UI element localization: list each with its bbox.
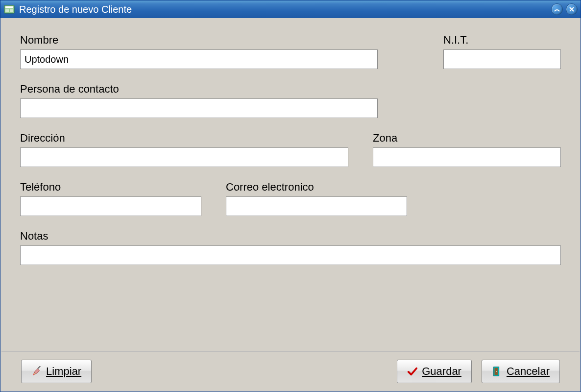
- svg-rect-1: [5, 6, 13, 8]
- svg-rect-3: [10, 9, 13, 12]
- input-direccion[interactable]: [20, 147, 348, 167]
- input-contacto[interactable]: [20, 98, 378, 118]
- clear-button-label: Limpiar: [46, 365, 81, 378]
- input-nit[interactable]: [443, 49, 561, 69]
- clear-button[interactable]: Limpiar: [21, 360, 92, 383]
- cancel-button[interactable]: Cancelar: [482, 360, 560, 383]
- label-zona: Zona: [373, 132, 561, 145]
- app-icon: [3, 3, 15, 15]
- field-telefono: Teléfono: [20, 181, 201, 216]
- field-nit: N.I.T.: [443, 34, 561, 69]
- label-nombre: Nombre: [20, 34, 419, 47]
- window-controls: [551, 3, 578, 15]
- field-contacto: Persona de contacto: [20, 83, 561, 118]
- minimize-button[interactable]: [551, 3, 563, 15]
- save-button-label: Guardar: [422, 365, 461, 378]
- input-zona[interactable]: [373, 147, 561, 167]
- field-nombre: Nombre: [20, 34, 419, 69]
- label-notas: Notas: [20, 230, 561, 243]
- check-icon: [407, 366, 418, 377]
- close-button[interactable]: [566, 3, 578, 15]
- brush-icon: [31, 366, 42, 377]
- window-title: Registro de nuevo Cliente: [19, 4, 551, 15]
- label-contacto: Persona de contacto: [20, 83, 561, 96]
- button-bar: Limpiar Guardar Cancelar: [1, 351, 580, 391]
- input-notas[interactable]: [20, 245, 561, 265]
- field-notas: Notas: [20, 230, 561, 265]
- svg-point-4: [33, 374, 34, 375]
- field-direccion: Dirección: [20, 132, 348, 167]
- label-nit: N.I.T.: [443, 34, 561, 47]
- field-correo: Correo electronico: [226, 181, 407, 216]
- svg-point-5: [34, 373, 35, 374]
- titlebar: Registro de nuevo Cliente: [0, 0, 581, 18]
- label-correo: Correo electronico: [226, 181, 407, 194]
- input-telefono[interactable]: [20, 196, 201, 216]
- dialog-window: Registro de nuevo Cliente Nombre N.I.T. …: [0, 0, 581, 392]
- svg-rect-2: [5, 9, 9, 12]
- input-nombre[interactable]: [20, 49, 378, 69]
- exit-door-icon: [492, 366, 503, 377]
- form-content: Nombre N.I.T. Persona de contacto Direcc…: [0, 18, 581, 351]
- cancel-button-label: Cancelar: [507, 365, 550, 378]
- label-direccion: Dirección: [20, 132, 348, 145]
- save-button[interactable]: Guardar: [397, 360, 472, 383]
- input-correo[interactable]: [226, 196, 407, 216]
- label-telefono: Teléfono: [20, 181, 201, 194]
- svg-point-8: [496, 371, 497, 372]
- field-zona: Zona: [373, 132, 561, 167]
